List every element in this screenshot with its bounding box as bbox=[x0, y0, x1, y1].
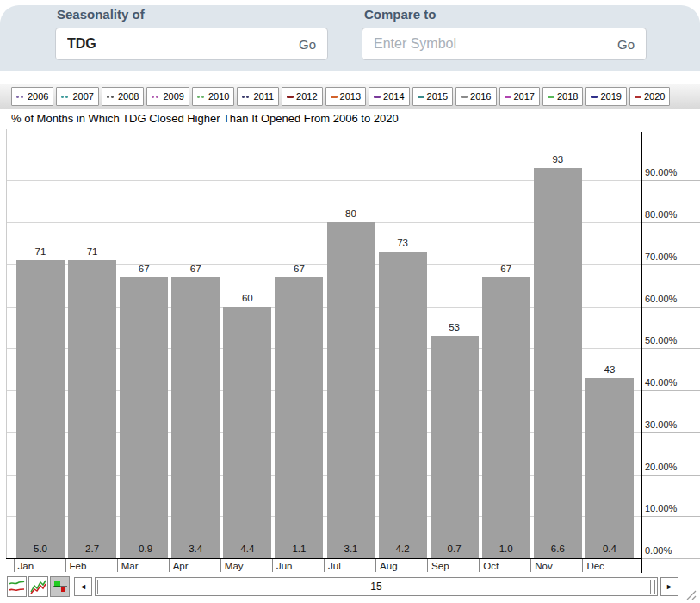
legend-year-2019[interactable]: 2019 bbox=[585, 87, 626, 106]
zigzag-line-chart-icon[interactable] bbox=[28, 576, 48, 597]
bar-change-label: -0.9 bbox=[118, 544, 170, 554]
bar-value-label: 93 bbox=[532, 154, 584, 165]
scrollbar-right-arrow[interactable]: ► bbox=[660, 577, 678, 596]
x-axis-tick bbox=[117, 559, 118, 572]
symbol-input[interactable] bbox=[67, 36, 292, 52]
legend-year-2007[interactable]: 2007 bbox=[56, 87, 98, 106]
symbol-panel: Seasonality of Go Compare to Go bbox=[0, 5, 700, 71]
legend-year-2020[interactable]: 2020 bbox=[629, 87, 670, 106]
smooth-line-chart-icon[interactable] bbox=[7, 576, 27, 597]
x-axis-tick bbox=[530, 559, 531, 572]
legend-year-2011[interactable]: 2011 bbox=[237, 87, 279, 106]
legend-year-2015[interactable]: 2015 bbox=[412, 87, 453, 106]
bar-value-label: 67 bbox=[118, 264, 170, 274]
legend-year-2018[interactable]: 2018 bbox=[542, 87, 583, 106]
month-label-mar: Mar bbox=[121, 561, 139, 571]
dotted-series-marker-icon bbox=[197, 96, 206, 98]
bar-value-label: 67 bbox=[273, 264, 325, 274]
legend-year-label: 2014 bbox=[383, 91, 404, 102]
axis-tick-line bbox=[641, 222, 700, 223]
axis-tick-line bbox=[641, 307, 700, 308]
gridline bbox=[6, 307, 641, 308]
x-axis-tick bbox=[375, 559, 376, 572]
bar-value-label: 60 bbox=[221, 293, 273, 303]
axis-tick-line bbox=[641, 264, 700, 265]
legend-year-label: 2011 bbox=[253, 91, 274, 102]
month-label-oct: Oct bbox=[483, 561, 499, 571]
x-axis-baseline bbox=[6, 558, 641, 559]
x-axis-tick bbox=[169, 559, 170, 572]
y-axis-tick-label: 50.00% bbox=[645, 335, 677, 345]
compare-symbol-input[interactable] bbox=[374, 36, 610, 52]
scrollbar-thumb[interactable]: 15 bbox=[95, 577, 658, 596]
legend-year-2013[interactable]: 2013 bbox=[325, 87, 366, 106]
x-axis-tick bbox=[220, 559, 221, 572]
bar-change-label: 1.0 bbox=[480, 544, 532, 554]
y-axis-tick-label: 0.00% bbox=[645, 545, 672, 556]
y-axis-tick-label: 90.00% bbox=[645, 167, 677, 177]
legend-year-label: 2008 bbox=[118, 91, 139, 102]
y-axis-line bbox=[641, 132, 642, 573]
x-axis-tick bbox=[272, 559, 273, 572]
bar-change-label: 0.4 bbox=[584, 544, 635, 554]
legend-year-2017[interactable]: 2017 bbox=[499, 87, 540, 106]
dash-series-marker-icon bbox=[505, 96, 511, 98]
legend-year-label: 2012 bbox=[296, 91, 317, 102]
legend-year-label: 2013 bbox=[340, 91, 361, 102]
month-label-jul: Jul bbox=[328, 561, 341, 571]
gridline bbox=[6, 516, 641, 517]
seasonality-of-label: Seasonality of bbox=[57, 7, 145, 22]
bar-value-label: 73 bbox=[377, 238, 429, 248]
legend-year-label: 2010 bbox=[208, 91, 229, 102]
bar-feb bbox=[68, 260, 116, 558]
dash-series-marker-icon bbox=[548, 96, 554, 98]
symbol-go-button[interactable]: Go bbox=[299, 37, 316, 52]
year-legend-bar: 2006200720082009201020112012201320142015… bbox=[0, 84, 700, 109]
month-label-feb: Feb bbox=[70, 561, 87, 571]
bar-value-label: 71 bbox=[15, 246, 66, 257]
legend-year-label: 2015 bbox=[427, 91, 448, 102]
bar-mar bbox=[120, 277, 168, 559]
gridline bbox=[6, 390, 641, 391]
chart-type-toolbar bbox=[7, 576, 71, 597]
bar-value-label: 67 bbox=[170, 264, 221, 274]
legend-year-label: 2009 bbox=[163, 91, 183, 102]
x-axis-tick bbox=[14, 559, 15, 572]
resize-handle-icon[interactable] bbox=[685, 589, 697, 603]
bar-jan bbox=[16, 260, 65, 558]
legend-year-2012[interactable]: 2012 bbox=[282, 87, 322, 106]
compare-go-button[interactable]: Go bbox=[617, 37, 635, 52]
legend-year-2014[interactable]: 2014 bbox=[369, 87, 409, 106]
dotted-series-marker-icon bbox=[16, 96, 25, 98]
gridline bbox=[6, 432, 641, 433]
bar-dec bbox=[585, 378, 634, 559]
month-label-may: May bbox=[225, 561, 244, 571]
dash-series-marker-icon bbox=[418, 96, 424, 98]
gridline bbox=[6, 475, 641, 476]
month-label-jan: Jan bbox=[18, 561, 34, 571]
bar-change-label: 4.4 bbox=[221, 544, 273, 554]
legend-year-2006[interactable]: 2006 bbox=[11, 87, 53, 106]
month-label-jun: Jun bbox=[276, 561, 293, 571]
y-axis-tick-label: 60.00% bbox=[645, 294, 677, 304]
y-axis-tick-label: 30.00% bbox=[645, 420, 677, 430]
legend-year-2010[interactable]: 2010 bbox=[192, 87, 234, 106]
legend-year-label: 2020 bbox=[644, 91, 665, 102]
y-axis-tick-label: 40.00% bbox=[645, 377, 677, 388]
legend-year-2009[interactable]: 2009 bbox=[146, 87, 189, 106]
dash-series-marker-icon bbox=[635, 96, 641, 98]
legend-year-2008[interactable]: 2008 bbox=[102, 87, 144, 106]
dotted-series-marker-icon bbox=[242, 96, 251, 98]
bar-chart-icon[interactable] bbox=[50, 576, 70, 597]
bar-change-label: 4.2 bbox=[377, 544, 429, 554]
gridline bbox=[6, 222, 641, 223]
month-label-nov: Nov bbox=[535, 561, 552, 571]
bar-jul bbox=[327, 222, 375, 558]
bar-change-label: 5.0 bbox=[15, 544, 66, 554]
thumb-grip-left bbox=[97, 580, 98, 594]
scrollbar-left-arrow[interactable]: ◄ bbox=[74, 577, 92, 596]
y-axis-tick-label: 80.00% bbox=[645, 209, 677, 220]
axis-tick-line bbox=[641, 348, 700, 349]
legend-year-2016[interactable]: 2016 bbox=[455, 87, 496, 106]
legend-year-label: 2007 bbox=[72, 91, 93, 102]
